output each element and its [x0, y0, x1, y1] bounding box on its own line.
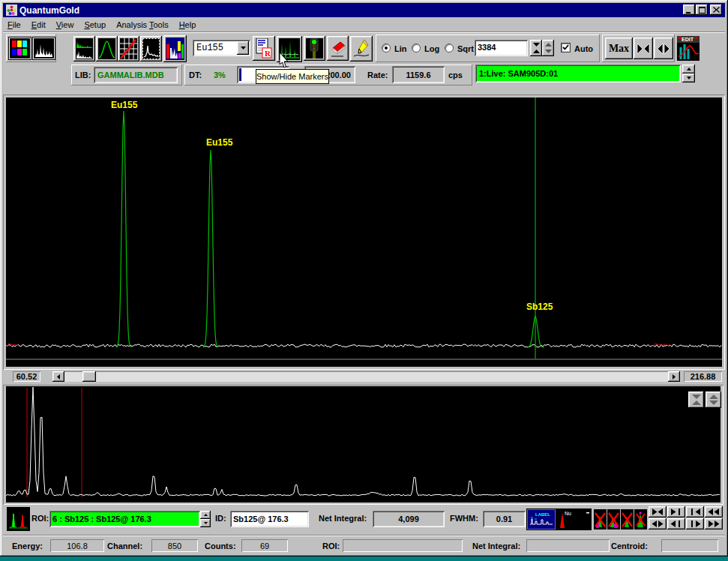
- expand-y-button[interactable]: [706, 392, 721, 408]
- sample-down-button[interactable]: [682, 74, 695, 82]
- calibration-icon: [120, 38, 137, 59]
- nuclide-id-button[interactable]: Nu: [556, 509, 573, 530]
- compare-spectra-icon: [76, 38, 93, 59]
- lib-value: GAMMALIB.MDB: [97, 70, 164, 80]
- maximize-button[interactable]: [696, 4, 708, 15]
- max-button-label: Max: [609, 43, 629, 55]
- status-field-counts: 69: [241, 539, 288, 552]
- delete-roi-button-2[interactable]: [607, 509, 620, 530]
- vfs-value: 3384: [478, 43, 496, 52]
- compare-spectra-button[interactable]: [73, 36, 95, 62]
- calibration-button[interactable]: [118, 36, 139, 62]
- roi-nav-button-6[interactable]: [686, 518, 704, 530]
- roi-nav-button-4[interactable]: [649, 518, 667, 530]
- roi-down-button[interactable]: [200, 519, 211, 527]
- vfs-expand-button[interactable]: [542, 40, 554, 56]
- main-plot[interactable]: Eu155Eu155Sb125: [6, 98, 722, 367]
- id-field[interactable]: Sb125@ 176.3: [230, 511, 309, 527]
- auto-label: Auto: [574, 44, 593, 53]
- zoom-out-x-button[interactable]: [654, 38, 673, 59]
- app-window: QuantumGold FileEditViewSetupAnalysis To…: [0, 0, 728, 556]
- colors-button[interactable]: [9, 38, 31, 59]
- blank-display-button[interactable]: [574, 509, 591, 530]
- annotate-button[interactable]: [350, 36, 373, 62]
- roi-select[interactable]: 6 : Sb125 : Sb125@ 176.3: [49, 511, 200, 527]
- peak-fit-button[interactable]: [96, 36, 118, 62]
- delete-roi-button-1[interactable]: [594, 509, 607, 530]
- spectrum-view-button[interactable]: [33, 38, 55, 59]
- roi-nav-button-0[interactable]: [649, 506, 667, 518]
- log-label: Log: [424, 44, 439, 53]
- nuclide-library-button[interactable]: [163, 35, 187, 62]
- rate-value: 1159.6: [406, 70, 430, 80]
- x-scrollbar[interactable]: [52, 371, 680, 382]
- delete-roi-icon-3: [621, 509, 634, 530]
- auto-checkbox[interactable]: [561, 43, 571, 52]
- menu-help[interactable]: Help: [175, 19, 202, 31]
- minimize-button[interactable]: [683, 4, 695, 15]
- sqrt-radio[interactable]: [445, 44, 454, 52]
- status-label-energy: Energy:: [12, 542, 43, 550]
- menu-view[interactable]: View: [52, 19, 80, 31]
- range-right-value: 216.88: [691, 372, 716, 381]
- sample-field[interactable]: 1:Live: SAM905D:01: [475, 64, 681, 82]
- sample-up-button[interactable]: [682, 64, 695, 74]
- report-button[interactable]: R: [253, 36, 275, 61]
- nuclide-dropdown-value: Eu155: [196, 43, 223, 53]
- scroll-right-button[interactable]: [668, 371, 680, 382]
- dropdown-arrow-button[interactable]: [237, 41, 249, 55]
- label-button[interactable]: LABEL: [527, 509, 556, 530]
- id-label: ID:: [215, 514, 226, 523]
- delete-roi-button-3[interactable]: [621, 509, 634, 530]
- roi-nav-button-2[interactable]: [686, 506, 704, 518]
- menu-setup[interactable]: Setup: [79, 19, 112, 31]
- label-button-text: LABEL: [535, 512, 550, 517]
- close-button[interactable]: [710, 4, 722, 15]
- menu-file[interactable]: File: [3, 19, 27, 31]
- roi-label: ROI:: [31, 514, 49, 523]
- desktop-strip: [0, 556, 728, 561]
- roi-nav-button-7[interactable]: [705, 518, 723, 530]
- roi-nav-button-3[interactable]: [705, 506, 723, 518]
- svg-text:R: R: [265, 49, 271, 58]
- scroll-thumb[interactable]: [82, 371, 96, 382]
- tooltip-text: Show/Hide Markers: [256, 72, 328, 81]
- roi-nav-button-1[interactable]: [667, 506, 685, 518]
- delete-roi-button-4[interactable]: [634, 509, 647, 530]
- scale-group: Lin Log Sqrt 3384 Auto: [376, 34, 600, 62]
- report-icon: R: [256, 38, 272, 58]
- analysis-button-group: [73, 36, 186, 62]
- roi-up-button[interactable]: [200, 511, 211, 519]
- nuclide-dropdown[interactable]: Eu155: [193, 40, 250, 56]
- scroll-left-button[interactable]: [52, 371, 64, 382]
- roi-view-button[interactable]: [7, 508, 29, 530]
- svg-text:Sb125: Sb125: [526, 302, 553, 312]
- max-button[interactable]: Max: [605, 38, 633, 59]
- roi-spectrum-icon: [7, 508, 29, 530]
- vfs-input[interactable]: 3384: [475, 40, 528, 56]
- log-radio[interactable]: [412, 44, 421, 52]
- id-value: Sb125@ 176.3: [233, 514, 289, 524]
- roi-nav-button-5[interactable]: [667, 518, 685, 530]
- acquire-button[interactable]: [304, 36, 325, 61]
- rate-unit: cps: [448, 70, 463, 80]
- vfs-fit-button[interactable]: [530, 40, 542, 56]
- mouse-cursor: [279, 52, 289, 69]
- lower-plot[interactable]: [6, 386, 721, 502]
- menu-analysis-tools[interactable]: Analysis Tools: [112, 19, 175, 31]
- net-integral-label: Net Integral:: [319, 514, 367, 523]
- svg-text:EDIT: EDIT: [682, 37, 694, 42]
- compress-y-button[interactable]: [688, 392, 704, 408]
- menu-edit[interactable]: Edit: [27, 19, 52, 31]
- zoom-in-x-button[interactable]: [634, 38, 653, 59]
- arrows-outward-icon: [657, 44, 670, 54]
- status-field-energy: 106.8: [50, 539, 104, 552]
- app-icon: [6, 4, 17, 16]
- pencil-icon: [352, 38, 370, 59]
- svg-text:Nu: Nu: [565, 511, 571, 516]
- smooth-button[interactable]: [140, 36, 162, 62]
- lin-radio[interactable]: [382, 44, 391, 52]
- erase-button[interactable]: [327, 36, 349, 61]
- chevron-down-icon: [241, 46, 246, 50]
- edit-spectrum-button[interactable]: EDIT: [677, 36, 700, 61]
